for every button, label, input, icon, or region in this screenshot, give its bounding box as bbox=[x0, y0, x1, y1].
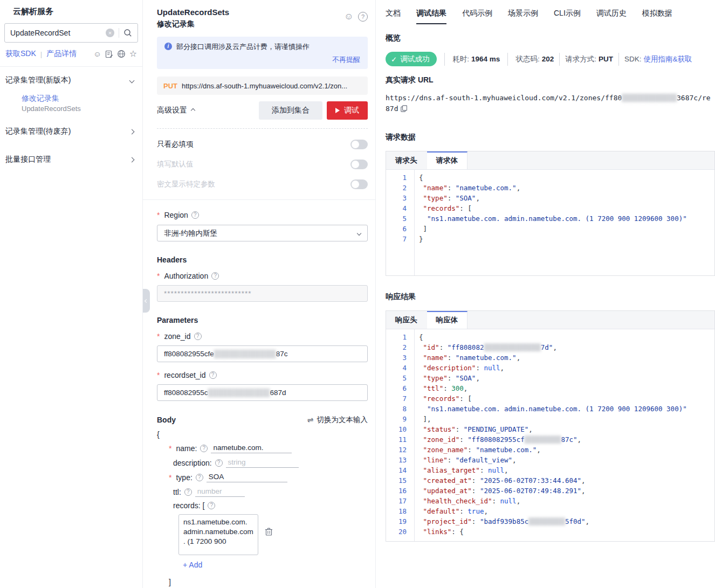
get-sdk-link[interactable]: 获取SDK bbox=[5, 49, 36, 59]
add-to-collection-button[interactable]: 添加到集合 bbox=[259, 101, 322, 120]
sidebar-item-update-recordsets[interactable]: 修改记录集 UpdateRecordSets bbox=[0, 92, 142, 118]
recordset-id-field[interactable]: ff808082955c████████████687d bbox=[157, 384, 368, 401]
sidebar-group-recordset-new[interactable]: 记录集管理(新版本) bbox=[0, 67, 142, 92]
clear-icon[interactable]: × bbox=[106, 29, 114, 37]
region-select[interactable]: 非洲-约翰内斯堡 bbox=[157, 225, 368, 241]
chevron-right-icon bbox=[129, 129, 135, 134]
billing-notice: i 部分接口调用涉及云产品计费，请谨慎操作 不再提醒 bbox=[157, 37, 368, 69]
line-number: 15 bbox=[386, 475, 414, 486]
redacted-text: █████████ bbox=[528, 517, 565, 525]
panel-tab[interactable]: 响应体 bbox=[427, 311, 468, 329]
chevron-left-icon bbox=[145, 299, 148, 302]
help-icon[interactable]: ? bbox=[194, 333, 202, 340]
result-tab[interactable]: 文档 bbox=[386, 9, 401, 24]
help-icon[interactable]: ? bbox=[215, 459, 223, 467]
panel-tab[interactable]: 响应头 bbox=[386, 311, 427, 329]
line-number: 4 bbox=[386, 363, 414, 373]
help-icon[interactable]: ? bbox=[208, 502, 215, 509]
result-tab[interactable]: 调试历史 bbox=[596, 9, 627, 24]
debug-button[interactable]: 调试 bbox=[327, 101, 368, 120]
region-label: Region bbox=[164, 211, 188, 219]
body-field-row: ttl:?number bbox=[169, 487, 368, 497]
zone-id-field[interactable]: ff808082955cfe████████████87c bbox=[157, 345, 368, 362]
records-field-label: records: [ ? bbox=[169, 501, 368, 510]
advanced-settings-toggle[interactable]: 高级设置 bbox=[157, 106, 195, 115]
recordset-id-suffix: 687d bbox=[270, 389, 286, 397]
request-tabs: 请求头请求体 bbox=[386, 151, 714, 170]
toggles: 只看必填项填写默认值密文显示特定参数 bbox=[157, 129, 368, 195]
body-field-row: description:?string bbox=[169, 458, 368, 468]
copy-icon[interactable] bbox=[401, 105, 407, 112]
code-line: 7} bbox=[386, 234, 714, 244]
doc-edit-icon[interactable] bbox=[105, 50, 113, 58]
toggle-switch[interactable] bbox=[350, 140, 368, 149]
api-search-box[interactable]: × bbox=[4, 23, 138, 43]
request-body-code: 1{2 "name": "nametube.com.",3 "type": "S… bbox=[386, 170, 714, 275]
help-icon[interactable]: ? bbox=[358, 12, 368, 22]
code-line: 10 "status": "PENDING_UPDATE", bbox=[386, 424, 714, 434]
help-icon[interactable]: ? bbox=[200, 445, 208, 452]
globe-icon[interactable] bbox=[117, 50, 126, 58]
body-field-row: *type:?SOA bbox=[169, 472, 368, 482]
request-url-bar: PUT https://dns.af-south-1.myhuaweicloud… bbox=[157, 77, 368, 95]
authorization-field[interactable]: ************************** bbox=[157, 285, 368, 302]
field-input[interactable]: SOA bbox=[207, 472, 287, 482]
result-tab[interactable]: 场景示例 bbox=[508, 9, 538, 24]
request-url: https://dns.af-south-1.myhuaweicloud.com… bbox=[182, 82, 347, 90]
result-tab[interactable]: 调试结果 bbox=[416, 9, 446, 24]
sidebar-group-recordset-deprecated[interactable]: 记录集管理(待废弃) bbox=[0, 118, 142, 143]
result-tab[interactable]: CLI示例 bbox=[554, 9, 581, 24]
code-line: 7 "records": [ bbox=[386, 393, 714, 404]
line-number: 17 bbox=[386, 496, 414, 506]
panel-tab[interactable]: 请求头 bbox=[386, 151, 427, 169]
active-api-name: UpdateRecordSets bbox=[22, 105, 137, 113]
delete-record-icon[interactable] bbox=[265, 527, 273, 536]
result-tab[interactable]: 代码示例 bbox=[462, 9, 492, 24]
help-icon[interactable]: ? bbox=[211, 272, 219, 280]
field-label: records: [ bbox=[173, 501, 204, 510]
request-config-panel: UpdateRecordSets 修改记录集 ☺ ? i 部分接口调用涉及云产品… bbox=[143, 0, 376, 588]
switch-to-text-input[interactable]: ⇌ 切换为文本输入 bbox=[307, 415, 368, 425]
panel-tab[interactable]: 请求体 bbox=[427, 151, 468, 169]
response-data-panel: 响应头响应体 1{2 "id": "ff808082██████████████… bbox=[386, 310, 715, 542]
product-details-link[interactable]: 产品详情 bbox=[46, 49, 77, 59]
service-sidebar: 云解析服务 × 获取SDK | 产品详情 ☺ ☆ 记录集管理(新版本) 修改记录… bbox=[0, 0, 143, 588]
code-line: 13 "line": "default_view", bbox=[386, 455, 714, 465]
record-value-textarea[interactable]: ns1.nametube.com. admin.nametube.com. (1… bbox=[178, 514, 258, 555]
swap-icon: ⇌ bbox=[307, 416, 314, 424]
field-input[interactable]: string bbox=[226, 458, 299, 468]
favorite-star-icon[interactable]: ☆ bbox=[129, 50, 137, 58]
dismiss-notice-link[interactable]: 不再提醒 bbox=[164, 55, 360, 65]
chevron-down-icon bbox=[129, 78, 135, 83]
result-tab[interactable]: 模拟数据 bbox=[642, 9, 672, 24]
feedback-smiley-icon[interactable]: ☺ bbox=[344, 12, 354, 22]
add-label: Add bbox=[189, 561, 202, 569]
help-icon[interactable]: ? bbox=[184, 488, 192, 496]
search-icon[interactable] bbox=[123, 29, 132, 37]
field-input[interactable]: number bbox=[195, 487, 245, 497]
sdk-guide-link[interactable]: 使用指南&获取 bbox=[643, 55, 692, 63]
help-icon[interactable]: ? bbox=[191, 211, 199, 219]
redacted-text: █████████ bbox=[525, 435, 561, 444]
divider bbox=[143, 199, 375, 200]
field-input[interactable]: nametube.com. bbox=[211, 443, 292, 453]
divider bbox=[618, 53, 619, 66]
line-number: 13 bbox=[386, 455, 414, 465]
toggle-row: 密文显示特定参数 bbox=[157, 174, 368, 194]
search-input[interactable] bbox=[10, 29, 106, 37]
help-icon[interactable]: ? bbox=[209, 371, 217, 379]
collapse-panel-handle[interactable] bbox=[143, 289, 150, 313]
sidebar-group-batch[interactable]: 批量接口管理 bbox=[0, 146, 142, 171]
required-marker: * bbox=[157, 272, 160, 280]
code-line: 2 "id": "ff808082██████████████7d", bbox=[386, 342, 714, 352]
line-number: 10 bbox=[386, 424, 414, 434]
toggle-switch[interactable] bbox=[350, 179, 368, 189]
toggle-switch[interactable] bbox=[350, 160, 368, 169]
response-body-code: 1{2 "id": "ff808082██████████████7d",3 "… bbox=[386, 329, 714, 541]
feedback-smiley-icon[interactable]: ☺ bbox=[93, 50, 101, 58]
help-icon[interactable]: ? bbox=[196, 474, 203, 481]
badge-label: 调试成功 bbox=[400, 54, 429, 64]
add-record-button[interactable]: + Add bbox=[183, 561, 368, 569]
recordset-id-label: recordset_id bbox=[164, 371, 205, 379]
overview-title: 概览 bbox=[386, 33, 715, 43]
